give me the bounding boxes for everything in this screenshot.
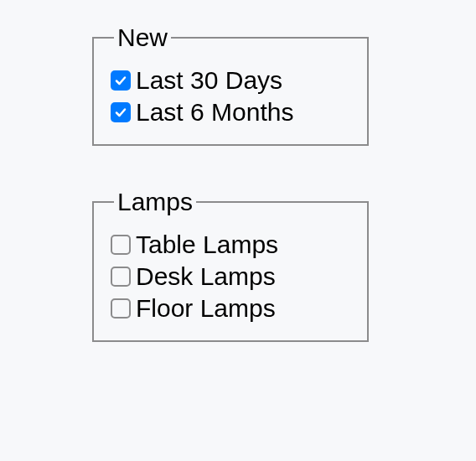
checkbox-floor-lamps[interactable] — [111, 298, 131, 319]
checkbox-row-last-6-months: Last 6 Months — [111, 97, 350, 127]
checkbox-table-lamps[interactable] — [111, 235, 131, 255]
legend-lamps: Lamps — [114, 189, 196, 215]
check-icon — [114, 74, 127, 87]
fieldset-new: New Last 30 Days Last 6 Months — [92, 25, 369, 146]
checkbox-row-last-30-days: Last 30 Days — [111, 65, 350, 96]
checkbox-row-desk-lamps: Desk Lamps — [111, 262, 350, 292]
fieldset-lamps: Lamps Table Lamps Desk Lamps Floor Lamps — [92, 189, 369, 342]
checkbox-last-6-months[interactable] — [111, 102, 131, 122]
label-last-6-months: Last 6 Months — [136, 97, 293, 127]
label-desk-lamps: Desk Lamps — [136, 262, 276, 292]
checkbox-row-table-lamps: Table Lamps — [111, 230, 350, 260]
label-last-30-days: Last 30 Days — [136, 65, 282, 96]
checkbox-desk-lamps[interactable] — [111, 267, 131, 287]
check-icon — [114, 106, 127, 119]
label-floor-lamps: Floor Lamps — [136, 293, 276, 324]
checkbox-row-floor-lamps: Floor Lamps — [111, 293, 350, 324]
checkbox-last-30-days[interactable] — [111, 70, 131, 91]
legend-new: New — [114, 25, 171, 50]
label-table-lamps: Table Lamps — [136, 230, 278, 260]
